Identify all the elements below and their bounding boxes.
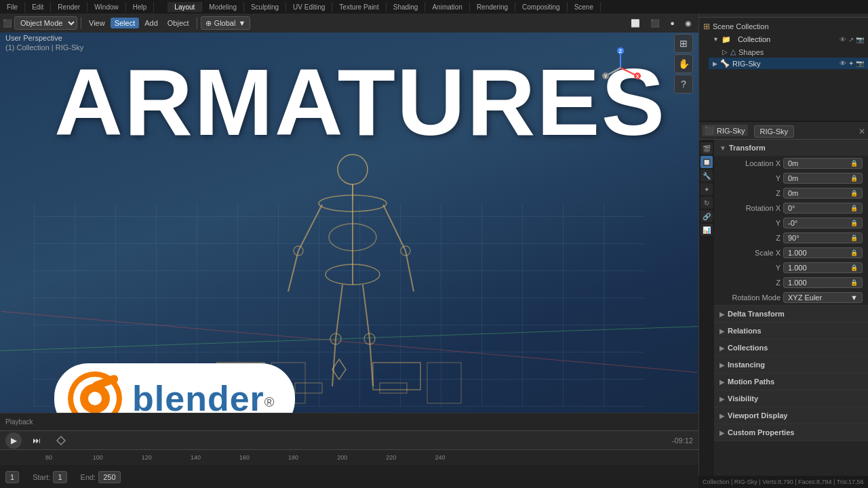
tick-200: 200	[337, 454, 347, 461]
add-menu[interactable]: Add	[140, 18, 162, 28]
custom-properties-header[interactable]: ▶ Custom Properties	[714, 424, 868, 441]
scale-y-value[interactable]: 1.000 🔒	[783, 262, 863, 273]
properties-icon: ⬛	[705, 126, 714, 135]
rig-sky-cam-icon[interactable]: 📷	[856, 60, 864, 67]
start-frame-input[interactable]: 1	[53, 471, 66, 483]
location-z-lock[interactable]: 🔒	[850, 190, 858, 197]
shapes-item[interactable]: ▷ △ Shapes	[718, 46, 868, 58]
prop-tab-render[interactable]: 🎬	[701, 142, 713, 155]
motion-paths-header[interactable]: ▶ Motion Paths	[714, 373, 868, 390]
tab-sculpting[interactable]: Sculpting	[244, 2, 286, 12]
delta-transform-header[interactable]: ▶ Delta Transform	[714, 306, 868, 322]
collection-render-icon[interactable]: 📷	[856, 36, 864, 43]
shapes-mesh-icon: △	[730, 47, 736, 56]
tab-uv-editing[interactable]: UV Editing	[286, 2, 332, 12]
tab-compositing[interactable]: Compositing	[515, 2, 568, 12]
prop-tab-particles[interactable]: ✦	[701, 183, 713, 195]
end-frame-input[interactable]: 250	[98, 471, 120, 483]
viewport[interactable]: ⬛ Object Mode View Select Add Object ⊕ G…	[0, 0, 698, 488]
location-z-row: Z 0m 🔒	[714, 186, 868, 201]
tab-layout[interactable]: Layout	[167, 2, 202, 12]
scale-y-lock[interactable]: 🔒	[850, 264, 858, 271]
menu-render[interactable]: Render	[51, 2, 87, 12]
object-menu[interactable]: Object	[163, 18, 193, 28]
shading-solid[interactable]: ⬛	[646, 18, 664, 29]
location-z-value[interactable]: 0m 🔒	[783, 188, 863, 199]
prop-obj-name-field: RIG-Sky	[754, 125, 795, 137]
tab-animation[interactable]: Animation	[425, 2, 469, 12]
rig-sky-icon: 🦴	[720, 59, 730, 68]
rotation-y-lock[interactable]: 🔒	[850, 220, 858, 226]
prop-tab-modifier[interactable]: 🔧	[701, 169, 713, 182]
shading-rendered[interactable]: ◉	[681, 18, 696, 29]
shading-material[interactable]: ●	[666, 18, 679, 28]
rig-sky-item[interactable]: ▶ 🦴 RIG-Sky 👁 ✦ 📷	[709, 58, 868, 69]
tab-modeling[interactable]: Modeling	[202, 2, 244, 12]
rig-sky-icon2[interactable]: ✦	[848, 60, 854, 67]
tab-scene[interactable]: Scene	[568, 2, 601, 12]
visibility-header[interactable]: ▶ Visibility	[714, 390, 868, 407]
relations-header[interactable]: ▶ Relations	[714, 323, 868, 339]
transform-section-header[interactable]: ▼ Transform	[714, 140, 868, 156]
scene-collection-item[interactable]: ⊞ Scene Collection	[699, 20, 868, 33]
tab-shading[interactable]: Shading	[387, 2, 426, 12]
prop-close-icon[interactable]: ✕	[859, 127, 865, 136]
menu-file[interactable]: File	[0, 2, 25, 12]
right-panel: Scene Collection ⚙ ⊞ Scene Collection ▼ …	[698, 0, 868, 488]
prop-tab-constraints[interactable]: 🔗	[701, 210, 713, 222]
scale-x-value[interactable]: 1.000 🔒	[783, 247, 863, 258]
location-y-lock[interactable]: 🔒	[850, 175, 858, 182]
rotation-z-row: Z 90° 🔒	[714, 230, 868, 245]
scale-z-lock[interactable]: 🔒	[850, 279, 858, 286]
rig-sky-eye-icon[interactable]: 👁	[840, 60, 846, 67]
collection-eye-icon[interactable]: 👁	[840, 36, 846, 43]
properties-content[interactable]: ▼ Transform Location X 0m 🔒 Y	[714, 140, 868, 488]
location-x-lock[interactable]: 🔒	[850, 160, 858, 167]
main-title: ARMATURES	[54, 47, 666, 157]
prop-icons-sidebar: 🎬 🔲 🔧 ✦ ↻ 🔗 📊	[699, 140, 714, 488]
scale-z-value[interactable]: 1.000 🔒	[783, 277, 863, 288]
instancing-header[interactable]: ▶ Instancing	[714, 357, 868, 373]
location-y-row: Y 0m 🔒	[714, 171, 868, 186]
location-y-value[interactable]: 0m 🔒	[783, 173, 863, 184]
rotation-z-value[interactable]: 90° 🔒	[783, 232, 863, 243]
rotation-x-lock[interactable]: 🔒	[850, 205, 858, 211]
tab-texture-paint[interactable]: Texture Paint	[332, 2, 386, 12]
view-perspective-label: User Perspective	[5, 34, 62, 42]
camera-btn[interactable]: ⊞	[674, 34, 693, 53]
relations-collapse-icon: ▶	[719, 327, 725, 335]
select-menu[interactable]: Select	[111, 18, 140, 28]
zoom-in-btn[interactable]: ?	[674, 75, 693, 94]
rotation-mode-dropdown[interactable]: XYZ Euler ▼	[783, 292, 863, 303]
tab-rendering[interactable]: Rendering	[470, 2, 515, 12]
scale-x-lock[interactable]: 🔒	[850, 249, 858, 256]
walk-btn[interactable]: ✋	[674, 54, 693, 73]
collection-item[interactable]: ▼ 📁 Collection 👁 ↗ 📷	[709, 33, 868, 46]
play-button[interactable]: ▶	[5, 432, 22, 449]
location-x-value[interactable]: 0m 🔒	[783, 158, 863, 169]
collection-select-icon[interactable]: ↗	[848, 36, 854, 43]
view-menu[interactable]: View	[85, 18, 109, 28]
mode-select[interactable]: Object Mode	[14, 16, 77, 30]
rotation-x-value[interactable]: 0° 🔒	[783, 203, 863, 214]
global-select[interactable]: ⊕ Global ▼	[201, 16, 251, 30]
prop-tab-physics[interactable]: ↻	[701, 197, 713, 209]
viewport-display-header[interactable]: ▶ Viewport Display	[714, 407, 868, 424]
prop-tab-data[interactable]: 📊	[701, 224, 713, 236]
rotation-y-value[interactable]: -0° 🔒	[783, 218, 863, 228]
timeline-controls: 1 Start: 1 End: 250	[0, 465, 698, 488]
timeline[interactable]: ▶ ⏭ -09:12 80 100 120 140 160 180 200 22…	[0, 430, 698, 488]
current-frame-input[interactable]: 1	[5, 471, 19, 483]
menu-edit[interactable]: Edit	[25, 2, 51, 12]
shading-wireframe[interactable]: ⬜	[627, 18, 644, 29]
obj-name-input[interactable]: RIG-Sky	[754, 125, 795, 138]
keyframe-button[interactable]	[52, 432, 71, 449]
collections-header[interactable]: ▶ Collections	[714, 340, 868, 356]
menu-window[interactable]: Window	[87, 2, 126, 12]
skip-forward-button[interactable]: ⏭	[28, 432, 45, 449]
timeline-ruler[interactable]: 80 100 120 140 160 180 200 220 240	[0, 450, 698, 465]
viewport-gizmo[interactable]: Z X Y	[600, 47, 641, 88]
rotation-z-lock[interactable]: 🔒	[850, 235, 858, 241]
menu-help[interactable]: Help	[126, 2, 155, 12]
prop-tab-object[interactable]: 🔲	[701, 156, 713, 168]
